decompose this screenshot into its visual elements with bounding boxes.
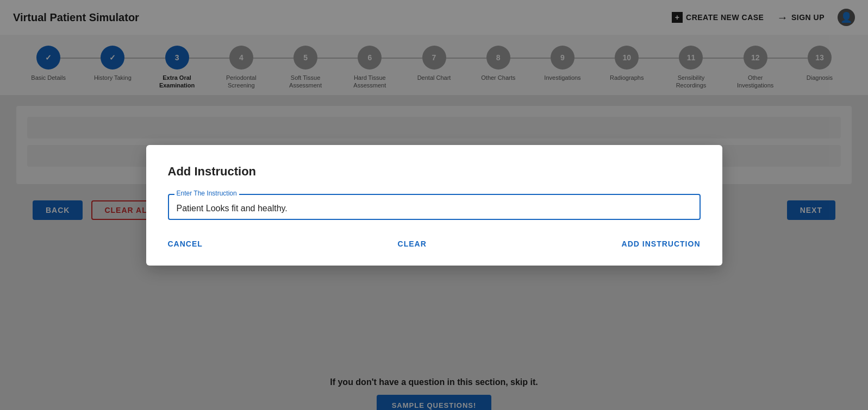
modal-overlay: Add Instruction Enter The Instruction CA… — [0, 0, 868, 410]
instruction-input-label: Enter The Instruction — [174, 190, 239, 197]
instruction-input-wrapper: Enter The Instruction — [168, 194, 701, 220]
instruction-input[interactable] — [177, 204, 692, 213]
modal-cancel-button[interactable]: CANCEL — [168, 239, 203, 248]
modal-add-instruction-button[interactable]: ADD INSTRUCTION — [622, 239, 701, 248]
modal-actions: CANCEL CLEAR ADD INSTRUCTION — [168, 239, 701, 248]
modal-box: Add Instruction Enter The Instruction CA… — [146, 145, 722, 266]
modal-title: Add Instruction — [168, 165, 701, 179]
modal-clear-button[interactable]: CLEAR — [398, 239, 427, 248]
